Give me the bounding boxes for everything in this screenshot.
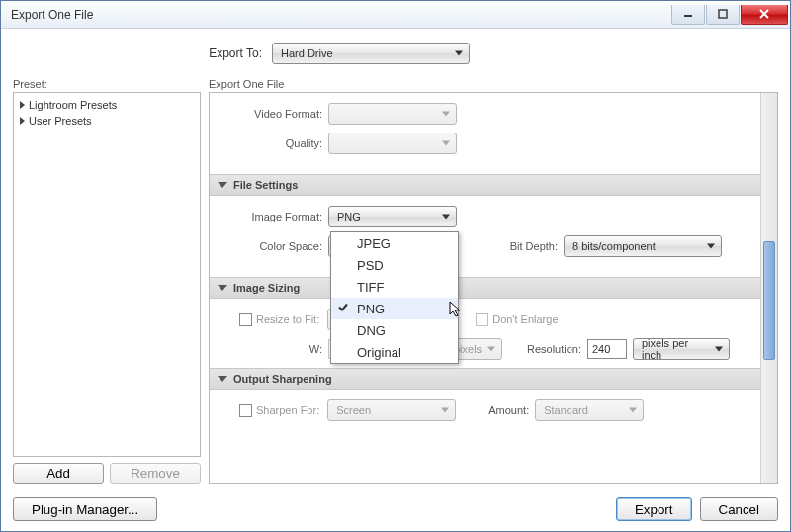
cancel-button[interactable]: Cancel bbox=[700, 497, 779, 521]
export-dialog: Export One File Export To: Hard Drive Pr… bbox=[0, 0, 791, 532]
bit-depth-value: 8 bits/component bbox=[572, 240, 656, 252]
chevron-down-icon bbox=[442, 215, 450, 220]
section-output-sharpening[interactable]: Output Sharpening bbox=[210, 368, 777, 390]
settings-label: Export One File bbox=[209, 78, 778, 90]
chevron-down-icon bbox=[707, 244, 715, 249]
dialog-content: Export To: Hard Drive Preset: Lightroom … bbox=[1, 29, 790, 531]
preset-item-label: Lightroom Presets bbox=[29, 99, 117, 111]
plugin-manager-button[interactable]: Plug-in Manager... bbox=[13, 497, 157, 521]
minimize-button[interactable] bbox=[671, 5, 705, 25]
check-icon bbox=[337, 302, 349, 316]
export-button[interactable]: Export bbox=[616, 497, 692, 521]
maximize-icon bbox=[718, 9, 728, 19]
sharpen-for-label: Sharpen For: bbox=[256, 404, 319, 416]
middle-area: Preset: Lightroom Presets User Presets A… bbox=[13, 78, 778, 484]
sharpen-row: Sharpen For: Screen Amount: Standard bbox=[210, 396, 777, 425]
section-title: File Settings bbox=[233, 179, 298, 191]
triangle-down-icon bbox=[218, 182, 227, 188]
window-title: Export One File bbox=[1, 8, 670, 22]
settings-column: Export One File Video Format: Quality: bbox=[209, 78, 778, 484]
option-png[interactable]: PNG bbox=[331, 298, 458, 319]
option-jpeg[interactable]: JPEG bbox=[331, 232, 458, 254]
minimize-icon bbox=[683, 9, 693, 19]
export-to-label: Export To: bbox=[13, 46, 272, 60]
chevron-down-icon bbox=[487, 347, 495, 352]
image-format-dropdown[interactable]: PNG bbox=[328, 206, 457, 227]
dont-enlarge-checkbox bbox=[476, 313, 488, 326]
amount-label: Amount: bbox=[456, 404, 535, 416]
bit-depth-label: Bit Depth: bbox=[457, 240, 564, 252]
video-format-label: Video Format: bbox=[210, 108, 328, 120]
amount-dropdown: Standard bbox=[535, 399, 644, 421]
chevron-down-icon bbox=[455, 51, 463, 56]
dimensions-row: W: 1000 H: 1000 pixels Resolution: 240 p… bbox=[210, 334, 777, 364]
image-format-row: Image Format: PNG bbox=[210, 202, 777, 231]
scrollbar-thumb[interactable] bbox=[763, 241, 775, 360]
preset-column: Preset: Lightroom Presets User Presets A… bbox=[13, 78, 201, 484]
close-button[interactable] bbox=[741, 5, 788, 25]
bit-depth-dropdown[interactable]: 8 bits/component bbox=[564, 235, 722, 257]
resize-label: Resize to Fit: bbox=[256, 313, 319, 325]
option-tiff[interactable]: TIFF bbox=[331, 276, 458, 298]
color-space-label: Color Space: bbox=[210, 240, 328, 252]
chevron-down-icon bbox=[715, 347, 723, 352]
preset-item-user[interactable]: User Presets bbox=[16, 113, 198, 129]
video-quality-row: Quality: bbox=[210, 129, 777, 158]
window-controls bbox=[670, 5, 788, 25]
resize-checkbox[interactable] bbox=[239, 313, 252, 326]
chevron-down-icon bbox=[441, 408, 449, 413]
cursor-icon bbox=[449, 301, 463, 320]
option-original[interactable]: Original bbox=[331, 341, 458, 363]
section-file-settings[interactable]: File Settings bbox=[210, 174, 777, 196]
resize-row: Resize to Fit: Don't Enlarge bbox=[210, 305, 777, 334]
preset-item-lightroom[interactable]: Lightroom Presets bbox=[16, 97, 198, 113]
settings-pane: Video Format: Quality: bbox=[209, 92, 778, 484]
video-quality-dropdown bbox=[328, 133, 457, 154]
remove-preset-button: Remove bbox=[110, 463, 201, 484]
video-format-row: Video Format: bbox=[210, 99, 777, 129]
section-image-sizing[interactable]: Image Sizing bbox=[210, 277, 777, 299]
svg-rect-1 bbox=[719, 10, 727, 18]
triangle-down-icon bbox=[218, 285, 227, 291]
maximize-button[interactable] bbox=[706, 5, 740, 25]
image-format-value: PNG bbox=[337, 211, 361, 222]
export-to-value: Hard Drive bbox=[281, 47, 333, 59]
option-psd[interactable]: PSD bbox=[331, 254, 458, 276]
preset-item-label: User Presets bbox=[29, 115, 92, 127]
add-preset-button[interactable]: Add bbox=[13, 463, 104, 484]
close-icon bbox=[758, 8, 770, 20]
option-dng[interactable]: DNG bbox=[331, 319, 458, 341]
dialog-footer: Plug-in Manager... Export Cancel bbox=[13, 484, 778, 521]
chevron-down-icon bbox=[442, 112, 450, 117]
sharpen-for-dropdown: Screen bbox=[327, 399, 456, 421]
color-space-row: Color Space: Bit Depth: 8 bits/component bbox=[210, 231, 777, 261]
chevron-down-icon bbox=[442, 141, 450, 146]
export-to-dropdown[interactable]: Hard Drive bbox=[272, 43, 470, 64]
image-format-label: Image Format: bbox=[210, 211, 328, 222]
sharpen-checkbox[interactable] bbox=[239, 404, 252, 417]
section-title: Image Sizing bbox=[233, 282, 300, 294]
section-title: Output Sharpening bbox=[233, 373, 332, 385]
triangle-down-icon bbox=[218, 376, 227, 382]
resolution-unit-dropdown[interactable]: pixels per inch bbox=[633, 338, 730, 360]
video-quality-label: Quality: bbox=[210, 137, 328, 149]
video-format-dropdown bbox=[328, 103, 457, 125]
preset-label: Preset: bbox=[13, 78, 201, 90]
preset-buttons: Add Remove bbox=[13, 463, 201, 484]
image-format-options: JPEG PSD TIFF PNG DNG Original bbox=[330, 231, 459, 364]
w-label: W: bbox=[210, 343, 328, 355]
chevron-down-icon bbox=[629, 408, 637, 413]
preset-list[interactable]: Lightroom Presets User Presets bbox=[13, 92, 201, 457]
export-to-row: Export To: Hard Drive bbox=[13, 35, 778, 78]
triangle-right-icon bbox=[20, 117, 25, 125]
scrollbar[interactable] bbox=[760, 93, 777, 483]
dont-enlarge-label: Don't Enlarge bbox=[492, 313, 558, 325]
triangle-right-icon bbox=[20, 101, 25, 109]
resolution-label: Resolution: bbox=[502, 343, 587, 355]
resolution-input[interactable]: 240 bbox=[587, 339, 627, 359]
titlebar: Export One File bbox=[1, 1, 790, 29]
